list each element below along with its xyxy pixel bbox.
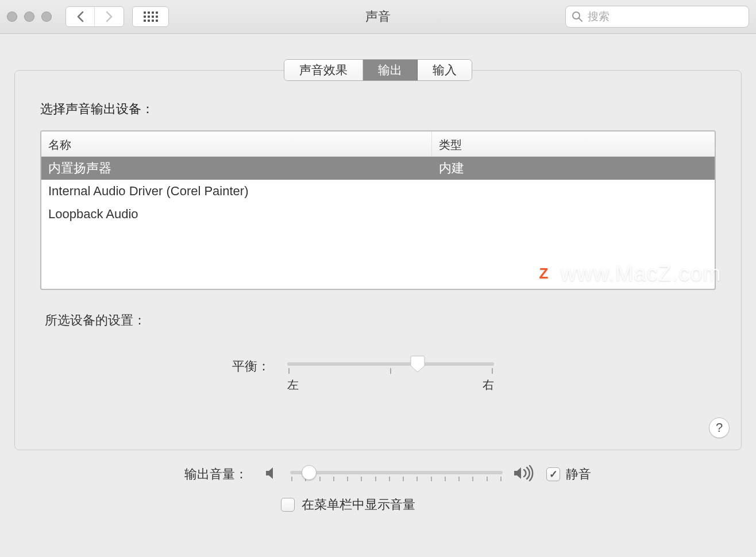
select-device-label: 选择声音输出设备： (40, 100, 716, 118)
slider-track (287, 362, 494, 366)
tab-output[interactable]: 输出 (363, 60, 418, 80)
settings-label: 所选设备的设置： (45, 312, 716, 329)
nav-buttons (65, 6, 124, 27)
window-controls (7, 11, 52, 22)
balance-label: 平衡： (40, 357, 287, 375)
slider-track (290, 471, 503, 474)
bottom-controls: 输出音量： ✓ 静音 ✓ 在菜单栏中显示音量 (14, 463, 742, 513)
tab-sound-effects[interactable]: 声音效果 (284, 60, 363, 80)
table-header: 名称 类型 (41, 131, 715, 157)
search-field[interactable] (565, 6, 749, 28)
slider-ticks (287, 368, 494, 374)
help-button[interactable]: ? (709, 417, 730, 438)
svg-line-1 (579, 18, 582, 21)
minimize-window-button[interactable] (24, 11, 34, 22)
checkbox-icon: ✓ (546, 467, 560, 481)
table-row[interactable]: Loopback Audio (41, 203, 715, 226)
volume-high-icon (513, 465, 537, 485)
slider-ticks (290, 477, 503, 481)
svg-point-0 (573, 12, 580, 19)
device-table: 名称 类型 内置扬声器 内建 Internal Audio Driver (Co… (40, 130, 716, 290)
table-row[interactable]: 内置扬声器 内建 (41, 157, 715, 180)
device-name: Loopback Audio (41, 207, 432, 222)
output-panel: 选择声音输出设备： 名称 类型 内置扬声器 内建 Internal Audio … (14, 70, 742, 450)
device-type: 内建 (432, 160, 715, 177)
column-header-name[interactable]: 名称 (41, 131, 432, 156)
balance-right-label: 右 (483, 377, 494, 393)
table-body: 内置扬声器 内建 Internal Audio Driver (Corel Pa… (41, 157, 715, 289)
close-window-button[interactable] (7, 11, 17, 22)
checkbox-icon: ✓ (281, 498, 295, 512)
tab-input[interactable]: 输入 (418, 60, 472, 80)
show-volume-menubar-checkbox[interactable]: ✓ 在菜单栏中显示音量 (281, 496, 716, 513)
table-row[interactable]: Internal Audio Driver (Corel Painter) (41, 180, 715, 203)
grid-icon (144, 11, 158, 22)
back-button[interactable] (66, 7, 95, 26)
chevron-right-icon (105, 11, 113, 22)
output-volume-label: 输出音量： (40, 466, 264, 483)
slider-thumb[interactable] (302, 465, 317, 480)
device-name: 内置扬声器 (41, 160, 432, 177)
show-all-button[interactable] (132, 6, 169, 27)
balance-control: 平衡： 左 右 (40, 357, 716, 397)
mute-checkbox[interactable]: ✓ 静音 (546, 466, 591, 483)
column-header-type[interactable]: 类型 (432, 131, 715, 156)
show-volume-menubar-label: 在菜单栏中显示音量 (302, 496, 415, 513)
forward-button[interactable] (95, 7, 124, 26)
zoom-window-button[interactable] (41, 11, 52, 22)
balance-left-label: 左 (287, 377, 299, 393)
slider-thumb[interactable] (410, 355, 425, 373)
toolbar: 声音 (0, 0, 756, 34)
search-input[interactable] (588, 10, 743, 23)
balance-slider[interactable]: 左 右 (287, 357, 494, 397)
device-name: Internal Audio Driver (Corel Painter) (41, 184, 432, 199)
volume-low-icon (264, 465, 280, 484)
search-icon (572, 11, 583, 22)
mute-label: 静音 (566, 466, 591, 483)
tab-bar: 声音效果 输出 输入 (0, 59, 756, 81)
output-volume-row: 输出音量： ✓ 静音 (40, 463, 716, 486)
volume-slider[interactable] (290, 463, 503, 486)
slider-labels: 左 右 (287, 377, 494, 393)
window-title: 声音 (365, 8, 391, 25)
chevron-left-icon (76, 11, 84, 22)
